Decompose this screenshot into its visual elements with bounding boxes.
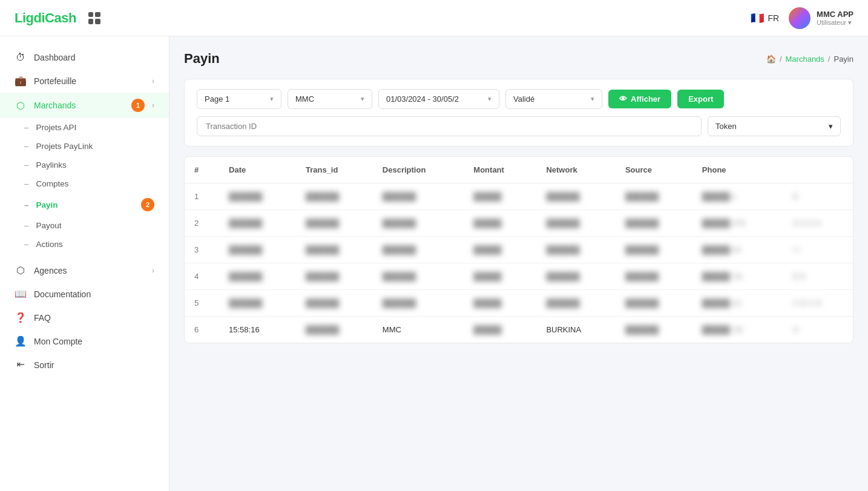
cell-montant: █████: [464, 237, 536, 263]
cell-phone: █████ '20: [692, 263, 783, 290]
home-icon[interactable]: 🏠: [766, 54, 776, 64]
cell-date: ██████: [219, 183, 296, 210]
filter-row-2: Token ▾: [197, 116, 841, 136]
sidebar-item-marchands[interactable]: ⬡ Marchands 1 ›: [0, 93, 169, 118]
cell-phone: █████ 10: [692, 290, 783, 317]
cell-extra: C E C E: [783, 290, 853, 317]
col-num: #: [185, 157, 219, 183]
sidebar-item-documentation[interactable]: 📖 Documentation: [0, 282, 169, 306]
col-source: Source: [616, 157, 692, 183]
page-select[interactable]: Page 1 ▾: [197, 89, 281, 109]
user-info[interactable]: MMC APP Utilisateur ▾: [789, 7, 853, 29]
table-row: 2 ██████ ██████ ██████ █████ ██████ ████…: [185, 210, 853, 237]
sidebar-item-paylinks[interactable]: – Paylinks: [24, 156, 169, 174]
date-range-select[interactable]: 01/03/2024 - 30/05/2 ▾: [378, 89, 499, 109]
token-select-value: Token: [715, 122, 737, 131]
cell-trans-id: ██████: [296, 210, 373, 237]
token-chevron: ▾: [829, 122, 833, 131]
sidebar: ⏱ Dashboard 💼 Portefeuille › ⬡ Marchands…: [0, 36, 169, 491]
sub-label-paylinks: Paylinks: [36, 160, 67, 170]
cell-source: ██████: [616, 263, 692, 290]
cell-extra: S S S S: [783, 210, 853, 237]
table-row: 1 ██████ ██████ ██████ █████ ██████ ████…: [185, 183, 853, 210]
user-details: MMC APP Utilisateur ▾: [817, 10, 853, 27]
cell-extra: E: [783, 183, 853, 210]
export-label: Export: [688, 94, 713, 104]
cell-date: 15:58:16: [219, 317, 296, 343]
cell-num: 6: [185, 317, 219, 343]
cell-num: 2: [185, 210, 219, 237]
status-select-value: Validé: [513, 94, 534, 104]
cell-description: ██████: [373, 210, 464, 237]
sidebar-item-sortir[interactable]: ⇥ Sortir: [0, 353, 169, 377]
cell-date: ██████: [219, 290, 296, 317]
cell-source: ██████: [616, 237, 692, 263]
sub-label-projets-paylink: Projets PayLink: [36, 142, 93, 151]
sidebar-label-portefeuille: Portefeuille: [34, 76, 145, 86]
cell-date: ██████: [219, 210, 296, 237]
agences-icon: ⬡: [15, 265, 27, 276]
cell-date: ██████: [219, 237, 296, 263]
mon-compte-icon: 👤: [15, 335, 27, 347]
user-role: Utilisateur ▾: [817, 19, 853, 27]
sidebar-label-mon-compte: Mon Compte: [34, 337, 154, 346]
marchands-badge: 1: [131, 99, 145, 112]
grid-icon[interactable]: [88, 12, 100, 24]
page-select-value: Page 1: [205, 94, 229, 104]
breadcrumb-sep1: /: [780, 54, 782, 64]
transaction-id-input[interactable]: [197, 116, 702, 136]
cell-trans-id: ██████: [296, 317, 373, 343]
page-title: Payin: [184, 51, 220, 67]
col-description: Description: [373, 157, 464, 183]
payin-badge: 2: [141, 198, 154, 211]
status-chevron: ▾: [591, 95, 594, 103]
sidebar-item-agences[interactable]: ⬡ Agences ›: [0, 259, 169, 282]
cell-montant: █████: [464, 317, 536, 343]
sidebar-item-projets-paylink[interactable]: – Projets PayLink: [24, 137, 169, 156]
status-select[interactable]: Validé ▾: [505, 89, 602, 109]
cell-num: 1: [185, 183, 219, 210]
col-network: Network: [536, 157, 616, 183]
cell-montant: █████: [464, 263, 536, 290]
cell-extra: S: [783, 317, 853, 343]
sidebar-item-payout[interactable]: – Payout: [24, 216, 169, 235]
breadcrumb: 🏠 / Marchands / Payin: [766, 54, 853, 64]
sidebar-item-actions[interactable]: – Actions: [24, 235, 169, 254]
sidebar-label-sortir: Sortir: [34, 360, 154, 370]
col-trans-id: Trans_id: [296, 157, 373, 183]
date-chevron: ▾: [488, 95, 492, 103]
cell-description: ██████: [373, 290, 464, 317]
top-header: LigdiCash 🇫🇷 FR MMC APP Utilisateur ▾: [0, 0, 868, 36]
cell-network: ██████: [536, 183, 616, 210]
logo: LigdiCash: [15, 10, 76, 26]
cell-num: 3: [185, 237, 219, 263]
user-name: MMC APP: [817, 10, 853, 19]
afficher-button[interactable]: 👁 Afficher: [608, 90, 671, 108]
merchant-select-value: MMC: [295, 94, 314, 104]
sidebar-item-faq[interactable]: ❓ FAQ: [0, 306, 169, 329]
cell-trans-id: ██████: [296, 263, 373, 290]
cell-phone: █████ 1: [692, 183, 783, 210]
export-button[interactable]: Export: [677, 90, 724, 108]
cell-date: ██████: [219, 263, 296, 290]
sub-label-projets-api: Projets API: [36, 123, 77, 132]
cell-source: ██████: [616, 290, 692, 317]
sidebar-item-projets-api[interactable]: – Projets API: [24, 118, 169, 137]
token-select[interactable]: Token ▾: [708, 116, 841, 136]
cell-phone: █████ 379: [692, 210, 783, 237]
sidebar-item-portefeuille[interactable]: 💼 Portefeuille ›: [0, 69, 169, 93]
cell-num: 5: [185, 290, 219, 317]
cell-description: ██████: [373, 263, 464, 290]
cell-num: 4: [185, 263, 219, 290]
merchant-select[interactable]: MMC ▾: [288, 89, 372, 109]
sidebar-item-payin[interactable]: – Payin 2: [24, 193, 169, 216]
sidebar-item-dashboard[interactable]: ⏱ Dashboard: [0, 46, 169, 69]
sidebar-item-comptes[interactable]: – Comptes: [24, 174, 169, 193]
sidebar-item-mon-compte[interactable]: 👤 Mon Compte: [0, 329, 169, 353]
table-row: 3 ██████ ██████ ██████ █████ ██████ ████…: [185, 237, 853, 263]
col-montant: Montant: [464, 157, 536, 183]
breadcrumb-current: Payin: [833, 54, 853, 64]
portefeuille-arrow: ›: [152, 77, 154, 85]
breadcrumb-marchands[interactable]: Marchands: [786, 54, 824, 64]
language-selector[interactable]: 🇫🇷 FR: [751, 12, 779, 25]
